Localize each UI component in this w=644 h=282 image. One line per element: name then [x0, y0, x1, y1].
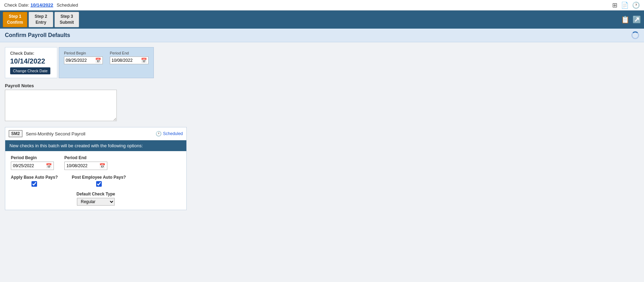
- default-check-type-label: Default Check Type: [11, 192, 181, 196]
- top-info-bar: Check Date: 10/14/2022 Scheduled ⊞ 📄 🕐: [0, 0, 644, 10]
- sm2-badge: SM2: [9, 130, 22, 137]
- batch-name: Semi-Monthly Second Payroll: [26, 131, 86, 136]
- payroll-notes-textarea[interactable]: [5, 90, 117, 121]
- scheduled-label: Scheduled: [163, 131, 183, 136]
- apply-base-auto-label: Apply Base Auto Pays?: [11, 175, 58, 180]
- top-icons: ⊞ 📄 🕐: [612, 1, 640, 9]
- check-date-value: 10/14/2022: [10, 57, 52, 65]
- period-end-field: Period End 📅: [110, 51, 149, 64]
- post-employee-auto-checkbox[interactable]: [96, 181, 102, 187]
- batch-period-begin-input[interactable]: [13, 163, 44, 168]
- batch-card-header: SM2 Semi-Monthly Second Payroll 🕐 Schedu…: [5, 127, 186, 140]
- apply-base-auto-field: Apply Base Auto Pays?: [11, 175, 58, 187]
- clock-icon: 🕐: [156, 131, 162, 136]
- post-employee-auto-checkbox-wrap: [72, 181, 126, 187]
- step-buttons: Step 1Confirm Step 2Entry Step 3Submit: [3, 12, 79, 27]
- check-date-card-label: Check Date:: [10, 51, 52, 56]
- period-begin-field: Period Begin 📅: [64, 51, 103, 64]
- batch-period-end-input[interactable]: [66, 163, 98, 168]
- batch-period-begin-cal-icon[interactable]: 📅: [46, 163, 52, 169]
- check-date-info: Check Date: 10/14/2022 Scheduled: [4, 2, 78, 8]
- post-employee-auto-field: Post Employee Auto Pays?: [72, 175, 126, 187]
- default-check-type-select[interactable]: Regular Supplemental: [77, 198, 115, 206]
- nav-export-icon[interactable]: ↗️: [632, 15, 641, 24]
- batch-card: SM2 Semi-Monthly Second Payroll 🕐 Schedu…: [5, 127, 187, 210]
- step1-button[interactable]: Step 1Confirm: [3, 12, 27, 27]
- scheduled-badge: 🕐 Scheduled: [156, 131, 183, 136]
- nav-clipboard-icon[interactable]: 📋: [621, 15, 630, 24]
- loading-spinner: [631, 31, 639, 39]
- nav-bar: Step 1Confirm Step 2Entry Step 3Submit 📋…: [0, 10, 644, 29]
- periods-row: Period Begin 📅 Period End 📅: [64, 51, 149, 64]
- period-begin-input[interactable]: [66, 58, 94, 63]
- period-begin-calendar-icon[interactable]: 📅: [95, 58, 101, 63]
- step2-button[interactable]: Step 2Entry: [29, 12, 53, 27]
- default-check-type-section: Default Check Type Regular Supplemental: [11, 192, 181, 206]
- batch-period-end-input-wrap: 📅: [64, 162, 107, 170]
- status-text: Scheduled: [57, 2, 78, 8]
- grid-icon[interactable]: ⊞: [612, 1, 617, 9]
- period-end-calendar-icon[interactable]: 📅: [141, 58, 147, 63]
- nav-right-icons: 📋 ↗️: [621, 15, 641, 24]
- period-begin-label: Period Begin: [64, 51, 103, 55]
- payroll-notes-label: Payroll Notes: [5, 83, 639, 88]
- period-card: Period Begin 📅 Period End 📅: [59, 47, 154, 78]
- change-check-date-button[interactable]: Change Check Date: [10, 67, 50, 74]
- batch-info-bar: New checks in this batch will be created…: [5, 140, 186, 151]
- period-end-label: Period End: [110, 51, 149, 55]
- check-date-prefix: Check Date:: [4, 2, 29, 8]
- check-date-link[interactable]: 10/14/2022: [30, 2, 53, 8]
- post-employee-auto-label: Post Employee Auto Pays?: [72, 175, 126, 180]
- history-icon[interactable]: 🕐: [632, 1, 640, 9]
- auto-pays-row: Apply Base Auto Pays? Post Employee Auto…: [11, 175, 181, 187]
- batch-period-end-field: Period End 📅: [64, 155, 107, 170]
- apply-base-auto-checkbox[interactable]: [31, 181, 37, 187]
- batch-info-text: New checks in this batch will be created…: [9, 143, 143, 148]
- period-end-input-wrap: 📅: [110, 57, 149, 64]
- batch-body: Period Begin 📅 Period End 📅: [5, 151, 186, 210]
- batch-period-begin-label: Period Begin: [11, 155, 54, 160]
- batch-fields-row: Period Begin 📅 Period End 📅: [11, 155, 181, 170]
- step3-button[interactable]: Step 3Submit: [55, 12, 79, 27]
- payroll-notes-section: Payroll Notes: [5, 83, 639, 122]
- main-content: Check Date: 10/14/2022 Change Check Date…: [0, 42, 644, 215]
- batch-period-begin-field: Period Begin 📅: [11, 155, 54, 170]
- document-icon[interactable]: 📄: [621, 1, 629, 9]
- section-title-bar: Confirm Payroll Defaults: [0, 29, 644, 42]
- period-begin-input-wrap: 📅: [64, 57, 103, 64]
- section-title: Confirm Payroll Defaults: [5, 32, 70, 38]
- period-end-input[interactable]: [112, 58, 139, 63]
- batch-period-end-cal-icon[interactable]: 📅: [99, 163, 105, 169]
- batch-period-end-label: Period End: [64, 155, 107, 160]
- check-date-card: Check Date: 10/14/2022 Change Check Date: [5, 47, 57, 78]
- date-cards-row: Check Date: 10/14/2022 Change Check Date…: [5, 47, 639, 78]
- batch-period-begin-input-wrap: 📅: [11, 162, 54, 170]
- apply-base-auto-checkbox-wrap: [11, 181, 58, 187]
